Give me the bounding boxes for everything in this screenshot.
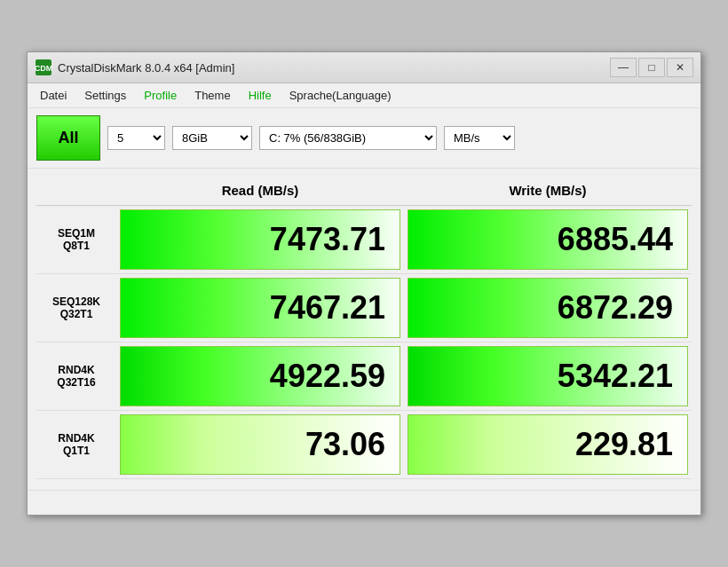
table-row: RND4K Q32T16 4922.59 5342.21 <box>36 343 692 411</box>
write-cell-seq128k: 6872.29 <box>404 274 692 343</box>
title-bar-left: CDM CrystalDiskMark 8.0.4 x64 [Admin] <box>35 59 234 76</box>
row-label-seq1m: SEQ1M Q8T1 <box>36 206 116 274</box>
read-cell-seq128k: 7467.21 <box>116 274 404 343</box>
row-label-rnd4k-q32t16: RND4K Q32T16 <box>36 343 116 411</box>
window-title: CrystalDiskMark 8.0.4 x64 [Admin] <box>58 61 234 75</box>
results-content: Read (MB/s) Write (MB/s) SEQ1M Q8T1 7473… <box>28 169 700 486</box>
close-button[interactable]: ✕ <box>667 58 693 77</box>
title-bar: CDM CrystalDiskMark 8.0.4 x64 [Admin] — … <box>28 52 700 83</box>
title-bar-buttons: — □ ✕ <box>610 58 693 77</box>
table-row: SEQ1M Q8T1 7473.71 6885.44 <box>36 206 692 274</box>
write-value-seq1m: 6885.44 <box>558 221 673 258</box>
read-value-seq1m: 7473.71 <box>270 221 385 258</box>
write-value-seq128k: 6872.29 <box>558 289 673 327</box>
size-select[interactable]: 8GiB 1GiB 4GiB 16GiB 32GiB 64GiB <box>172 126 252 150</box>
toolbar: All 5 1 3 9 8GiB 1GiB 4GiB 16GiB 32GiB 6… <box>28 108 700 169</box>
runs-select[interactable]: 5 1 3 9 <box>107 126 165 150</box>
write-cell-seq1m: 6885.44 <box>404 206 692 274</box>
menu-theme[interactable]: Theme <box>186 85 239 106</box>
read-value-rnd4k-q32t16: 4922.59 <box>270 358 385 395</box>
menu-profile[interactable]: Profile <box>135 85 186 106</box>
menu-hilfe[interactable]: Hilfe <box>240 85 281 106</box>
write-value-rnd4k-q1t1: 229.81 <box>575 426 673 463</box>
write-cell-rnd4k-q32t16: 5342.21 <box>404 343 692 411</box>
menu-bar: Datei Settings Profile Theme Hilfe Sprac… <box>28 83 700 108</box>
read-value-seq128k: 7467.21 <box>270 289 385 327</box>
status-bar <box>28 490 700 515</box>
table-row: RND4K Q1T1 73.06 229.81 <box>36 411 692 479</box>
row-label-rnd4k-q1t1: RND4K Q1T1 <box>36 411 116 479</box>
read-cell-rnd4k-q1t1: 73.06 <box>116 411 404 479</box>
all-button[interactable]: All <box>36 115 100 161</box>
results-table: Read (MB/s) Write (MB/s) SEQ1M Q8T1 7473… <box>36 176 692 479</box>
minimize-button[interactable]: — <box>610 58 637 77</box>
read-value-rnd4k-q1t1: 73.06 <box>305 426 385 463</box>
write-header: Write (MB/s) <box>404 176 692 206</box>
menu-language[interactable]: Sprache(Language) <box>281 85 400 106</box>
drive-select[interactable]: C: 7% (56/838GiB) <box>259 126 437 150</box>
menu-datei[interactable]: Datei <box>31 85 75 106</box>
maximize-button[interactable]: □ <box>638 58 665 77</box>
read-cell-rnd4k-q32t16: 4922.59 <box>116 343 404 411</box>
menu-settings[interactable]: Settings <box>75 85 135 106</box>
read-header: Read (MB/s) <box>116 176 404 206</box>
write-cell-rnd4k-q1t1: 229.81 <box>404 411 692 479</box>
svg-text:CDM: CDM <box>35 64 52 73</box>
table-row: SEQ128K Q32T1 7467.21 6872.29 <box>36 274 692 343</box>
write-value-rnd4k-q32t16: 5342.21 <box>558 358 673 395</box>
app-window: CDM CrystalDiskMark 8.0.4 x64 [Admin] — … <box>27 51 701 516</box>
app-icon: CDM <box>35 59 52 76</box>
row-label-seq128k: SEQ128K Q32T1 <box>36 274 116 343</box>
read-cell-seq1m: 7473.71 <box>116 206 404 274</box>
unit-select[interactable]: MB/s GB/s IOPS μs <box>444 126 515 150</box>
